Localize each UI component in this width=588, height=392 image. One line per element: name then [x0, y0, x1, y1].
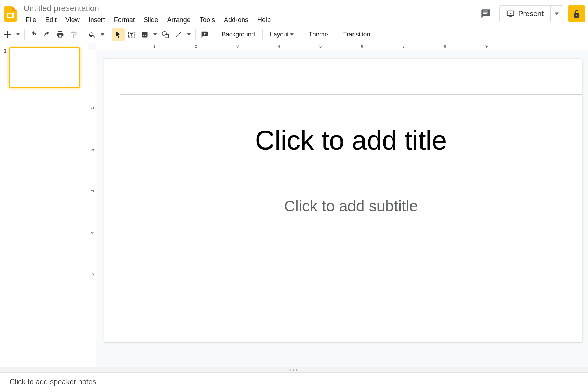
undo-button[interactable]: [28, 28, 40, 41]
slide-number: 1: [4, 47, 7, 54]
cursor-icon: [115, 31, 121, 38]
present-icon: [506, 10, 514, 18]
ruler-tick: 2: [195, 44, 197, 49]
ruler-tick: 7: [402, 44, 405, 49]
separator: [262, 29, 263, 40]
textbox-button[interactable]: [125, 28, 138, 41]
theme-button[interactable]: Theme: [304, 28, 333, 41]
comment-insert-button[interactable]: [198, 28, 211, 41]
menu-slide[interactable]: Slide: [139, 15, 163, 25]
chevron-down-icon: [153, 33, 157, 36]
redo-button[interactable]: [41, 28, 53, 41]
image-dropdown[interactable]: [152, 28, 158, 41]
layout-label: Layout: [270, 31, 289, 38]
line-icon: [175, 31, 182, 38]
slide-canvas[interactable]: Click to add title Click to add subtitle: [104, 59, 582, 342]
print-button[interactable]: [54, 28, 67, 41]
line-dropdown[interactable]: [186, 28, 192, 41]
slides-logo[interactable]: [1, 5, 19, 23]
separator: [336, 29, 336, 40]
textbox-icon: [128, 31, 135, 38]
subtitle-placeholder[interactable]: Click to add subtitle: [120, 188, 582, 225]
header-right: Present: [477, 2, 585, 22]
workspace: 1 1 2 3 4 5 6 7 8 9 1 2 3 4 5 Click to a…: [0, 43, 588, 367]
lock-icon: [573, 10, 580, 18]
svg-rect-4: [165, 34, 168, 38]
document-title[interactable]: Untitled presentation: [21, 2, 477, 14]
separator: [83, 29, 83, 40]
menu-edit[interactable]: Edit: [41, 15, 61, 25]
menu-addons[interactable]: Add-ons: [219, 15, 253, 25]
header: Untitled presentation File Edit View Ins…: [0, 0, 588, 26]
paint-format-button: [67, 28, 80, 41]
chevron-down-icon: [555, 11, 559, 16]
separator: [214, 29, 214, 40]
menu-view[interactable]: View: [61, 15, 84, 25]
canvas-area[interactable]: 1 2 3 4 5 6 7 8 9 1 2 3 4 5 Click to add…: [88, 43, 588, 367]
new-slide-dropdown[interactable]: [15, 28, 21, 41]
separator: [24, 29, 25, 40]
ruler-tick: 1: [153, 44, 155, 49]
notes-resize-handle[interactable]: •••: [0, 367, 588, 372]
share-lock-button[interactable]: [568, 5, 585, 22]
image-button[interactable]: [139, 28, 151, 41]
filmstrip[interactable]: 1: [0, 43, 88, 367]
menu-arrange[interactable]: Arrange: [163, 15, 195, 25]
ruler-tick: 4: [278, 44, 280, 49]
title-placeholder[interactable]: Click to add title: [120, 94, 582, 186]
image-icon: [141, 31, 148, 38]
speaker-notes[interactable]: Click to add speaker notes: [0, 372, 588, 392]
slide-thumbnail-1[interactable]: 1: [4, 47, 84, 88]
chevron-down-icon: [101, 33, 104, 36]
line-button[interactable]: [172, 28, 185, 41]
layout-button[interactable]: Layout: [266, 28, 298, 41]
menu-format[interactable]: Format: [110, 15, 139, 25]
ruler-tick: 3: [90, 188, 94, 195]
shape-button[interactable]: [159, 28, 172, 41]
print-icon: [57, 31, 64, 38]
chevron-down-icon: [16, 33, 20, 36]
menu-insert[interactable]: Insert: [84, 15, 110, 25]
vertical-ruler[interactable]: 1 2 3 4 5: [88, 50, 96, 367]
toolbar: Background Layout Theme Transition: [0, 26, 588, 43]
add-comment-icon: [201, 31, 208, 38]
menu-help[interactable]: Help: [253, 15, 275, 25]
present-dropdown[interactable]: [550, 6, 563, 22]
present-button[interactable]: Present: [500, 6, 550, 22]
chevron-down-icon: [290, 33, 294, 36]
separator: [109, 29, 109, 40]
present-label: Present: [518, 10, 544, 18]
ruler-tick: 8: [444, 44, 446, 49]
ruler-tick: 5: [319, 44, 322, 49]
menu-file[interactable]: File: [21, 15, 41, 25]
ruler-tick: 2: [90, 146, 94, 154]
shape-icon: [162, 31, 169, 38]
zoom-icon: [89, 31, 96, 38]
background-button[interactable]: Background: [217, 28, 259, 41]
comment-icon: [481, 8, 491, 19]
separator: [301, 29, 301, 40]
ruler-tick: 5: [90, 271, 94, 278]
grip-icon: •••: [289, 367, 299, 373]
chevron-down-icon: [187, 33, 191, 36]
ruler-tick: 3: [236, 44, 239, 49]
comments-button[interactable]: [477, 5, 494, 22]
ruler-tick: 6: [361, 44, 363, 49]
plus-icon: [4, 31, 11, 38]
ruler-tick: 9: [485, 44, 488, 49]
slide-thumbnail[interactable]: [9, 47, 80, 88]
transition-button[interactable]: Transition: [339, 28, 375, 41]
paint-roller-icon: [70, 31, 77, 38]
new-slide-button[interactable]: [1, 28, 14, 41]
select-tool-button[interactable]: [112, 28, 125, 41]
present-button-group: Present: [499, 5, 563, 22]
separator: [195, 29, 196, 40]
undo-icon: [30, 31, 37, 38]
redo-icon: [43, 31, 51, 38]
ruler-tick: 1: [90, 104, 94, 112]
svg-rect-1: [8, 14, 12, 17]
zoom-dropdown[interactable]: [99, 28, 106, 41]
horizontal-ruler[interactable]: 1 2 3 4 5 6 7 8 9: [96, 43, 588, 50]
zoom-button[interactable]: [86, 28, 98, 41]
menu-tools[interactable]: Tools: [195, 15, 219, 25]
